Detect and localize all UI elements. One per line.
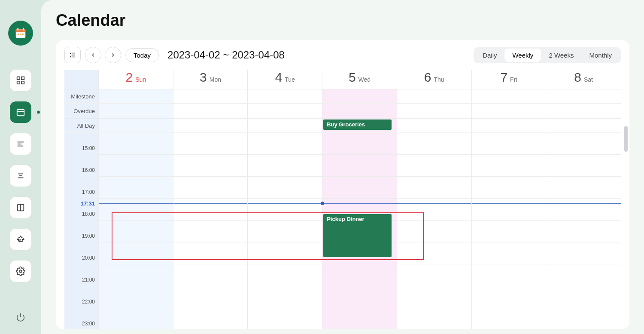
cell-all-day[interactable]	[173, 118, 248, 133]
hour-cell[interactable]	[173, 242, 248, 264]
hour-cell[interactable]	[397, 155, 471, 177]
hour-cell[interactable]	[173, 155, 248, 177]
hour-cell[interactable]	[248, 177, 322, 199]
day-header-sun[interactable]: 2Sun	[99, 70, 173, 89]
hour-cell[interactable]	[546, 286, 621, 308]
hour-cell[interactable]	[99, 221, 173, 242]
sidebar-item-dashboard[interactable]	[10, 70, 31, 91]
day-column-fri[interactable]: 7Fri	[472, 70, 547, 329]
hour-cell[interactable]	[99, 242, 173, 264]
sidebar-item-columns[interactable]	[10, 197, 31, 218]
hour-cell[interactable]	[472, 199, 546, 221]
cell-overdue[interactable]	[173, 104, 248, 118]
view-tab-daily[interactable]: Daily	[475, 49, 504, 62]
day-column-sun[interactable]: 2Sun	[99, 70, 173, 329]
day-header-wed[interactable]: 5Wed	[322, 70, 397, 89]
day-header-thu[interactable]: 6Thu	[397, 70, 471, 89]
allday-event[interactable]: Buy Groceries	[323, 120, 392, 130]
cell-all-day[interactable]	[248, 118, 322, 133]
hour-cell[interactable]	[472, 308, 546, 329]
hour-cell[interactable]	[173, 264, 248, 286]
sidebar-item-notes-left[interactable]	[10, 133, 31, 155]
calendar-grid[interactable]: .MilestoneOverdueAll Day15:0016:0017:001…	[64, 70, 621, 329]
hour-cell[interactable]	[248, 155, 322, 177]
hour-cell[interactable]	[546, 177, 621, 199]
timed-event[interactable]: Pickup Dinner	[323, 214, 392, 257]
list-toggle-button[interactable]	[64, 47, 81, 63]
hour-cell[interactable]	[248, 199, 322, 221]
cell-milestone[interactable]	[173, 89, 248, 104]
cell-all-day[interactable]	[546, 118, 621, 133]
hour-cell[interactable]	[397, 177, 471, 199]
day-column-thu[interactable]: 6Thu	[397, 70, 472, 329]
hour-cell[interactable]	[472, 133, 546, 155]
day-header-fri[interactable]: 7Fri	[472, 70, 546, 89]
cell-milestone[interactable]	[322, 89, 397, 104]
hour-cell[interactable]	[322, 133, 397, 155]
hour-cell[interactable]	[397, 221, 471, 242]
hour-cell[interactable]	[397, 264, 471, 286]
hour-cell[interactable]	[397, 242, 471, 264]
hour-cell[interactable]	[248, 308, 322, 329]
hour-cell[interactable]	[472, 286, 546, 308]
day-column-wed[interactable]: 5WedBuy GroceriesPickup Dinner	[322, 70, 397, 329]
hour-cell[interactable]	[173, 133, 248, 155]
cell-overdue[interactable]	[397, 104, 471, 118]
hour-cell[interactable]	[322, 308, 397, 329]
hour-cell[interactable]	[546, 242, 621, 264]
cell-all-day[interactable]	[472, 118, 546, 133]
hour-cell[interactable]	[322, 177, 397, 199]
cell-overdue[interactable]	[322, 104, 397, 118]
view-tab-2-weeks[interactable]: 2 Weeks	[541, 49, 581, 62]
hour-cell[interactable]	[99, 199, 173, 221]
cell-all-day[interactable]: Buy Groceries	[322, 118, 397, 133]
sidebar-item-settings[interactable]	[10, 260, 31, 282]
day-header-mon[interactable]: 3Mon	[173, 70, 248, 89]
hour-cell[interactable]	[397, 286, 471, 308]
hour-cell[interactable]	[546, 264, 621, 286]
day-header-sat[interactable]: 8Sat	[546, 70, 621, 89]
today-button[interactable]: Today	[125, 48, 159, 62]
hour-cell[interactable]	[99, 177, 173, 199]
hour-cell[interactable]	[546, 133, 621, 155]
hour-cell[interactable]	[99, 286, 173, 308]
cell-milestone[interactable]	[248, 89, 322, 104]
hour-cell[interactable]	[248, 221, 322, 242]
hour-cell[interactable]	[397, 308, 471, 329]
day-column-mon[interactable]: 3Mon	[173, 70, 248, 329]
hour-cell[interactable]	[472, 155, 546, 177]
cell-overdue[interactable]	[248, 104, 322, 118]
hour-cell[interactable]	[173, 199, 248, 221]
hour-cell[interactable]	[472, 177, 546, 199]
cell-overdue[interactable]	[472, 104, 546, 118]
cell-overdue[interactable]	[546, 104, 621, 118]
hour-cell[interactable]	[472, 264, 546, 286]
day-column-sat[interactable]: 8Sat	[546, 70, 621, 329]
cell-milestone[interactable]	[546, 89, 621, 104]
next-week-button[interactable]	[105, 47, 121, 63]
sidebar-item-calendar[interactable]	[10, 101, 31, 123]
power-button[interactable]	[16, 313, 25, 322]
hour-cell[interactable]	[173, 286, 248, 308]
hour-cell[interactable]	[546, 199, 621, 221]
sidebar-item-notes-center[interactable]	[10, 165, 31, 187]
cell-milestone[interactable]	[397, 89, 471, 104]
sidebar-item-recycle[interactable]	[10, 229, 31, 250]
hour-cell[interactable]	[99, 308, 173, 329]
hour-cell[interactable]	[99, 155, 173, 177]
cell-all-day[interactable]	[99, 118, 173, 133]
day-header-tue[interactable]: 4Tue	[248, 70, 322, 89]
hour-cell[interactable]	[173, 308, 248, 329]
cell-milestone[interactable]	[472, 89, 546, 104]
hour-cell[interactable]	[322, 264, 397, 286]
hour-cell[interactable]	[99, 264, 173, 286]
hour-cell[interactable]	[546, 155, 621, 177]
hour-cell[interactable]	[397, 199, 471, 221]
hour-cell[interactable]	[546, 221, 621, 242]
prev-week-button[interactable]	[85, 47, 101, 63]
hour-cell[interactable]	[397, 133, 471, 155]
hour-cell[interactable]	[546, 308, 621, 329]
cell-overdue[interactable]	[99, 104, 173, 118]
hour-cell[interactable]	[472, 221, 546, 242]
hour-cell[interactable]	[248, 264, 322, 286]
